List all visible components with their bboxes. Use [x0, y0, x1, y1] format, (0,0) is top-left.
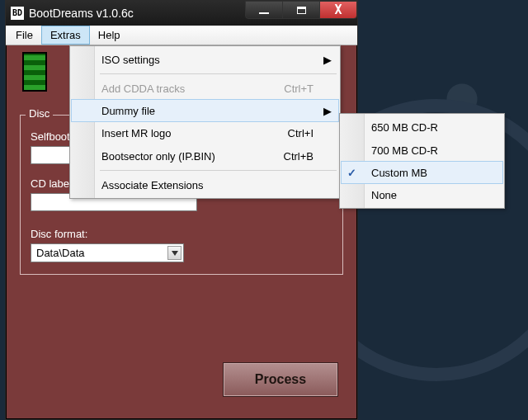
menu-dummy-file[interactable]: Dummy file ▶	[71, 99, 339, 122]
chevron-down-icon	[172, 251, 178, 256]
dummy-file-submenu: 650 MB CD-R 700 MB CD-R ✓ Custom MB None	[339, 113, 505, 209]
extras-dropdown: ISO settings ▶ Add CDDA tracks Ctrl+T Du…	[69, 45, 341, 199]
menu-separator	[100, 170, 337, 171]
toolbar-icon[interactable]	[22, 52, 47, 92]
discformat-combo[interactable]: Data\Data	[31, 243, 184, 262]
menu-label: Bootsector only (IP.BIN)	[101, 150, 215, 163]
submenu-arrow-icon: ▶	[323, 54, 332, 66]
menu-shortcut: Ctrl+I	[288, 127, 314, 139]
group-title: Disc	[26, 107, 53, 120]
menu-separator	[100, 73, 337, 74]
menubar: File Extras Help	[6, 26, 357, 45]
menu-iso-settings[interactable]: ISO settings ▶	[72, 48, 338, 71]
window-buttons: X	[246, 1, 357, 19]
menu-label: Custom MB	[371, 167, 427, 179]
menu-add-cdda[interactable]: Add CDDA tracks Ctrl+T	[72, 77, 338, 100]
check-icon: ✓	[347, 167, 356, 179]
maximize-button[interactable]	[282, 1, 320, 19]
menu-file[interactable]: File	[7, 26, 41, 45]
menu-associate-extensions[interactable]: Associate Extensions	[72, 173, 338, 196]
submenu-700mb[interactable]: 700 MB CD-R	[342, 139, 502, 162]
menu-label: Insert MR logo	[101, 127, 172, 139]
submenu-650mb[interactable]: 650 MB CD-R	[342, 116, 502, 139]
menu-label: None	[371, 189, 397, 201]
menu-bootsector[interactable]: Bootsector only (IP.BIN) Ctrl+B	[72, 144, 338, 168]
process-button[interactable]: Process	[223, 362, 338, 397]
menu-shortcut: Ctrl+B	[284, 150, 314, 163]
menu-extras[interactable]: Extras	[41, 26, 90, 45]
titlebar[interactable]: BD BootDreams v1.0.6c X	[6, 1, 357, 26]
app-icon: BD	[11, 7, 24, 20]
menu-shortcut: Ctrl+T	[284, 83, 314, 95]
menu-help[interactable]: Help	[90, 26, 129, 45]
menu-label: Add CDDA tracks	[101, 83, 185, 95]
menu-label: Associate Extensions	[101, 179, 204, 191]
submenu-custom-mb[interactable]: ✓ Custom MB	[341, 161, 503, 184]
menu-label: Dummy file	[101, 105, 155, 117]
menu-label: 650 MB CD-R	[371, 121, 438, 134]
close-button[interactable]: X	[319, 1, 357, 19]
submenu-arrow-icon: ▶	[323, 105, 332, 117]
discformat-label: Disc format:	[31, 228, 332, 240]
submenu-none[interactable]: None	[342, 183, 502, 206]
menu-insert-mr[interactable]: Insert MR logo Ctrl+I	[72, 121, 338, 144]
combo-dropdown-button[interactable]	[167, 246, 182, 260]
menu-label: ISO settings	[101, 54, 160, 66]
minimize-button[interactable]	[245, 1, 283, 19]
discformat-value: Data\Data	[36, 247, 85, 259]
menu-label: 700 MB CD-R	[371, 144, 438, 157]
